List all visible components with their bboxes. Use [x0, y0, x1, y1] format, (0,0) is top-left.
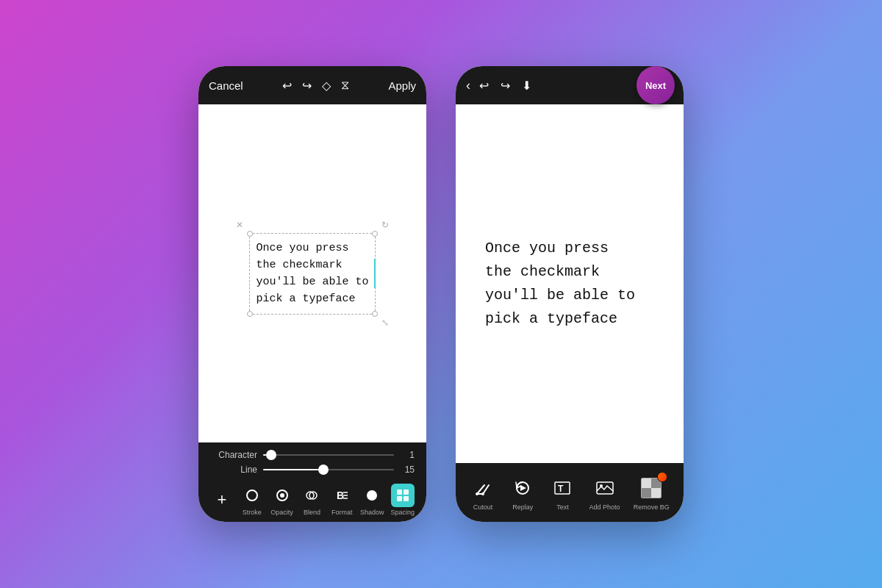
svg-point-0 — [247, 490, 257, 501]
next-button[interactable]: Next — [637, 66, 675, 104]
tool-replay[interactable]: Replay — [509, 475, 536, 511]
back-button[interactable]: ‹ — [466, 78, 470, 93]
opacity-icon — [270, 484, 294, 507]
canvas-text-left: Once you press the checkmark you'll be a… — [256, 242, 368, 306]
shadow-icon — [360, 484, 384, 507]
cancel-button[interactable]: Cancel — [209, 79, 243, 92]
svg-rect-12 — [397, 496, 402, 501]
spacing-icon — [391, 484, 415, 507]
replay-icon — [509, 475, 536, 501]
svg-point-18 — [481, 492, 484, 495]
right-canvas: Once you press the checkmark you'll be a… — [456, 104, 684, 463]
text-box-container: ✕ ↻ Once you press the checkmark you'll … — [249, 233, 375, 315]
svg-rect-11 — [404, 490, 409, 495]
tool-format[interactable]: B Format — [330, 484, 354, 516]
blend-label: Blend — [304, 509, 320, 516]
cutout-icon — [470, 475, 496, 501]
apply-button[interactable]: Apply — [388, 79, 416, 92]
svg-rect-10 — [397, 490, 402, 495]
svg-point-2 — [280, 493, 284, 498]
rotate-handle[interactable]: ↻ — [381, 220, 389, 230]
line-value: 15 — [400, 465, 415, 475]
canvas-text-right: Once you press the checkmark you'll be a… — [485, 237, 635, 331]
remove-bg-icon — [638, 475, 664, 501]
line-slider-track[interactable] — [263, 469, 394, 470]
character-slider-thumb[interactable] — [266, 450, 276, 460]
tool-remove-bg[interactable]: Remove BG — [634, 475, 670, 511]
line-slider-thumb[interactable] — [318, 465, 329, 475]
top-right-icons: ↩ ↪ ⬇ — [479, 79, 531, 93]
tool-shadow[interactable]: Shadow — [360, 484, 384, 516]
format-label: Format — [331, 509, 353, 516]
tool-add-photo[interactable]: Add Photo — [589, 475, 620, 511]
left-canvas: ✕ ↻ Once you press the checkmark you'll … — [198, 104, 426, 442]
corner-handle-tl[interactable] — [247, 231, 253, 237]
character-label: Character — [210, 450, 257, 460]
add-photo-icon — [592, 475, 618, 501]
stroke-icon — [240, 484, 264, 507]
tool-blend[interactable]: Blend — [300, 484, 323, 516]
character-slider-track[interactable] — [263, 454, 394, 456]
character-value: 1 — [400, 450, 415, 460]
corner-handle-br[interactable] — [372, 311, 378, 317]
layers-icon[interactable]: ⧖ — [341, 79, 349, 92]
line-label: Line — [210, 465, 257, 475]
svg-text:T: T — [558, 484, 564, 494]
svg-point-17 — [476, 492, 478, 495]
eraser-icon[interactable]: ◇ — [322, 79, 331, 93]
redo-icon-right[interactable]: ↪ — [501, 79, 510, 93]
add-photo-label: Add Photo — [589, 503, 620, 511]
text-tool-icon: T — [549, 475, 576, 501]
text-selection-box[interactable]: Once you press the checkmark you'll be a… — [249, 233, 375, 315]
tool-opacity[interactable]: Opacity — [270, 484, 294, 516]
undo-icon[interactable]: ↩ — [282, 79, 292, 93]
corner-handle-tr[interactable] — [372, 231, 378, 237]
svg-rect-13 — [404, 496, 409, 501]
replay-label: Replay — [512, 503, 533, 511]
corner-handle-bl[interactable] — [247, 311, 253, 317]
right-bottom-toolbar: Cutout Replay T Text — [456, 463, 684, 522]
left-toolbar: + Stroke Opacity Blend — [210, 479, 415, 516]
svg-text:B: B — [337, 490, 344, 501]
character-slider-row: Character 1 — [210, 450, 415, 460]
line-slider-row: Line 15 — [210, 465, 415, 475]
right-top-bar: ‹ ↩ ↪ ⬇ Next — [456, 66, 684, 104]
svg-point-9 — [367, 490, 377, 501]
redo-icon[interactable]: ↪ — [302, 79, 312, 93]
svg-point-24 — [600, 484, 603, 487]
stroke-label: Stroke — [243, 509, 262, 516]
grid-cell-1 — [642, 478, 651, 488]
close-handle[interactable]: ✕ — [236, 220, 243, 230]
remove-bg-badge — [657, 472, 667, 482]
spacing-label: Spacing — [390, 509, 415, 516]
shadow-label: Shadow — [360, 509, 384, 516]
tool-spacing[interactable]: Spacing — [390, 484, 415, 516]
tool-cutout[interactable]: Cutout — [470, 475, 496, 511]
tool-stroke[interactable]: Stroke — [240, 484, 264, 516]
grid-cell-3 — [642, 488, 651, 498]
top-bar-icons: ↩ ↪ ◇ ⧖ — [282, 79, 349, 93]
blend-icon — [300, 484, 323, 507]
opacity-label: Opacity — [270, 509, 293, 516]
left-phone: Cancel ↩ ↪ ◇ ⧖ Apply ✕ ↻ Once you press … — [198, 66, 426, 522]
undo-icon-right[interactable]: ↩ — [479, 79, 489, 93]
tool-text[interactable]: T Text — [549, 475, 576, 511]
left-bottom-panel: Character 1 Line 15 + Stroke — [198, 442, 426, 522]
text-label: Text — [556, 503, 569, 511]
left-top-bar: Cancel ↩ ↪ ◇ ⧖ Apply — [198, 66, 426, 104]
add-button[interactable]: + — [210, 488, 234, 512]
line-slider-fill — [263, 469, 318, 470]
cutout-label: Cutout — [473, 503, 493, 511]
remove-bg-label: Remove BG — [634, 503, 670, 511]
format-icon: B — [330, 484, 354, 507]
download-icon[interactable]: ⬇ — [522, 79, 531, 93]
resize-handle[interactable]: ⤡ — [381, 318, 389, 328]
grid-cell-4 — [651, 488, 661, 498]
right-phone: ‹ ↩ ↪ ⬇ Next Once you press the checkmar… — [456, 66, 684, 522]
